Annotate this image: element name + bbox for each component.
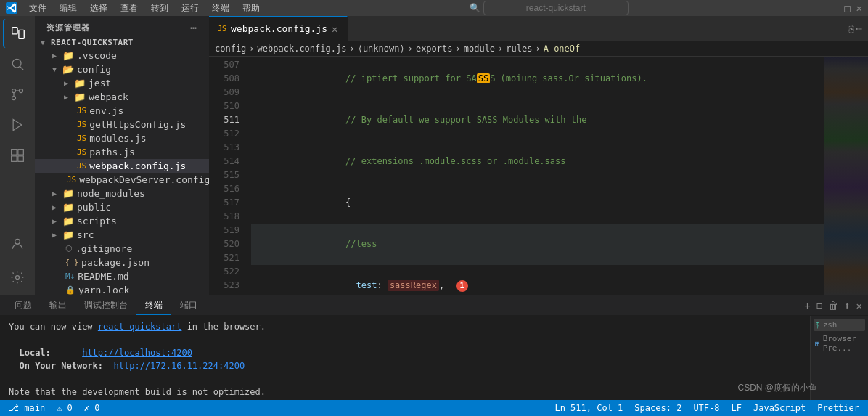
debug-activity-icon[interactable] — [3, 110, 32, 139]
js-file-icon: JS — [77, 161, 86, 171]
file-icon: ⬡ — [65, 244, 73, 253]
title-bar: 文件 编辑 选择 查看 转到 运行 终端 帮助 🔍 — □ ✕ — [0, 0, 868, 16]
source-control-activity-icon[interactable] — [3, 80, 32, 109]
svg-rect-0 — [12, 28, 17, 34]
menu-file[interactable]: 文件 — [23, 1, 52, 16]
menu-run[interactable]: 运行 — [176, 1, 205, 16]
maximize-icon[interactable]: □ — [844, 2, 850, 14]
sidebar-item-config[interactable]: ▼ 📂 config — [35, 62, 209, 76]
menu-select[interactable]: 选择 — [84, 1, 113, 16]
panel-tab-actions: + ⊟ 🗑 ⬆ ✕ — [804, 300, 862, 311]
sidebar-item-label: node_modules — [77, 188, 145, 199]
sidebar-item-gitignore[interactable]: ⬡ .gitignore — [35, 242, 209, 256]
sidebar-item-jest[interactable]: ▶ 📁 jest — [35, 76, 209, 90]
breadcrumb-config[interactable]: config — [215, 44, 246, 54]
menu-goto[interactable]: 转到 — [145, 1, 174, 16]
arrow-icon: ▶ — [64, 79, 71, 87]
search-bar[interactable]: 🔍 — [470, 1, 629, 15]
panel-tab-terminal[interactable]: 终端 — [136, 296, 171, 315]
sidebar-item-pathsjs[interactable]: JS paths.js — [35, 145, 209, 159]
breadcrumb-exports[interactable]: exports — [416, 44, 453, 54]
panel-tab-output[interactable]: 输出 — [41, 296, 75, 315]
more-icon[interactable]: ⋯ — [856, 23, 862, 34]
sidebar-item-label: env.js — [89, 105, 123, 116]
network-url[interactable]: http://172.16.11.224:4200 — [114, 361, 245, 371]
account-activity-icon[interactable] — [3, 229, 32, 258]
breadcrumb-rules[interactable]: rules — [506, 44, 532, 54]
split-editor-icon[interactable]: ⎘ — [848, 23, 853, 34]
status-warnings[interactable]: ⚠ 0 — [54, 403, 75, 413]
settings-activity-icon[interactable] — [3, 263, 32, 292]
terminal-line-6: Note that the development build is not o… — [9, 386, 801, 399]
sidebar-item-readme[interactable]: M↓ README.md — [35, 269, 209, 283]
explorer-activity-icon[interactable] — [3, 19, 32, 48]
svg-rect-1 — [19, 30, 24, 38]
breadcrumb-unknown[interactable]: ⟨unknown⟩ — [358, 44, 405, 54]
breadcrumb-module[interactable]: module — [464, 44, 495, 54]
menu-bar: 文件 编辑 选择 查看 转到 运行 终端 帮助 — [23, 1, 266, 16]
folder-icon: 📁 — [62, 188, 74, 199]
sidebar-item-webpackdevserver[interactable]: JS webpackDevServer.config.js — [35, 173, 209, 187]
menu-view[interactable]: 查看 — [115, 1, 144, 16]
svg-rect-11 — [18, 150, 24, 155]
sidebar-item-packagejson[interactable]: { } package.json — [35, 256, 209, 269]
terminal-line-1: You can now view react-quickstart in the… — [9, 320, 801, 333]
folder-icon: 📁 — [62, 229, 74, 240]
sidebar-item-gethttpsconfig[interactable]: JS getHttpsConfig.js — [35, 118, 209, 131]
status-encoding[interactable]: UTF-8 — [690, 403, 722, 413]
sidebar-item-root[interactable]: ▼ REACT-QUICKSTART — [35, 36, 209, 49]
panel-tab-problems[interactable]: 问题 — [6, 296, 41, 315]
root-label: REACT-QUICKSTART — [51, 38, 134, 47]
watermark: CSDN @度假的小鱼 — [737, 382, 817, 394]
breadcrumb-oneof[interactable]: A oneOf — [544, 44, 581, 54]
breadcrumb-sep: › — [349, 44, 354, 54]
tab-close-icon[interactable]: ✕ — [332, 23, 337, 35]
add-terminal-icon[interactable]: + — [804, 300, 810, 311]
sidebar-item-vscode[interactable]: ▶ 📁 .vscode — [35, 49, 209, 62]
status-formatter[interactable]: Prettier — [814, 403, 862, 413]
status-errors[interactable]: ✗ 0 — [81, 403, 103, 413]
local-url[interactable]: http://localhost:4200 — [82, 348, 192, 358]
arrow-icon: ▼ — [52, 65, 60, 73]
breadcrumb-file[interactable]: webpack.config.js — [258, 44, 347, 54]
sidebar-item-public[interactable]: ▶ 📁 public — [35, 200, 209, 214]
vscode-icon — [6, 2, 17, 14]
folder-icon: 📁 — [62, 216, 74, 227]
local-label: Local: — [19, 348, 50, 358]
split-terminal-icon[interactable]: ⊟ — [816, 300, 822, 311]
panel-tabs: 问题 输出 调试控制台 终端 端口 + ⊟ 🗑 ⬆ ✕ — [0, 295, 868, 316]
kill-terminal-icon[interactable]: 🗑 — [828, 300, 838, 311]
close-icon[interactable]: ✕ — [856, 2, 862, 14]
close-panel-icon[interactable]: ✕ — [856, 300, 862, 311]
terminal-browser-item[interactable]: ⊞ Browser Pre... — [814, 333, 865, 354]
menu-edit[interactable]: 编辑 — [54, 1, 83, 16]
extensions-activity-icon[interactable] — [3, 141, 32, 170]
status-eol[interactable]: LF — [729, 403, 745, 413]
sidebar-item-modulesjs[interactable]: JS modules.js — [35, 131, 209, 145]
sidebar-item-webpack[interactable]: ▶ 📁 webpack — [35, 90, 209, 104]
sidebar-more-icon[interactable]: ⋯ — [191, 22, 197, 33]
terminal-link-app[interactable]: react-quickstart — [98, 322, 182, 332]
sidebar-item-label: .gitignore — [75, 243, 132, 254]
minimize-icon[interactable]: — — [832, 2, 838, 14]
sidebar-item-scripts[interactable]: ▶ 📁 scripts — [35, 214, 209, 228]
panel-tab-ports[interactable]: 端口 — [171, 296, 206, 315]
maximize-panel-icon[interactable]: ⬆ — [844, 300, 850, 311]
sidebar-item-webpackconfigjs[interactable]: JS webpack.config.js — [35, 159, 209, 173]
tab-webpackconfigjs[interactable]: JS webpack.config.js ✕ — [209, 16, 348, 41]
status-branch[interactable]: ⎇ main — [6, 403, 48, 413]
menu-help[interactable]: 帮助 — [237, 1, 266, 16]
sidebar-item-nodemodules[interactable]: ▶ 📁 node_modules — [35, 187, 209, 200]
search-input[interactable] — [483, 1, 629, 15]
sidebar-header: 资源管理器 ⋯ — [35, 16, 209, 36]
panel-tab-debug-console[interactable]: 调试控制台 — [75, 296, 136, 315]
status-spaces[interactable]: Spaces: 2 — [631, 403, 684, 413]
status-position[interactable]: Ln 511, Col 1 — [552, 403, 626, 413]
sidebar-item-envjs[interactable]: JS env.js — [35, 104, 209, 118]
menu-terminal[interactable]: 终端 — [206, 1, 235, 16]
sidebar-item-src[interactable]: ▶ 📁 src — [35, 228, 209, 242]
terminal-shell-item[interactable]: $ zsh — [814, 319, 865, 331]
search-activity-icon[interactable] — [3, 49, 32, 78]
sidebar-item-yarnlock[interactable]: 🔒 yarn.lock — [35, 283, 209, 295]
status-language[interactable]: JavaScript — [750, 403, 808, 413]
